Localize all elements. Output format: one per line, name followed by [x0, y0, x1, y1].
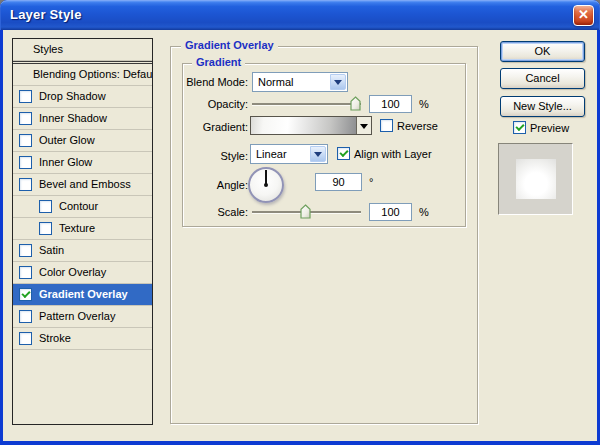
style-dropdown-button[interactable]: [310, 146, 326, 162]
sidebar-item-label: Outer Glow: [39, 134, 95, 146]
sidebar-item-label: Blending Options: Default: [33, 68, 153, 80]
sidebar-item-gradient-overlay[interactable]: Gradient Overlay: [13, 284, 152, 306]
sidebar-item-label: Gradient Overlay: [39, 288, 128, 300]
angle-unit: °: [369, 176, 373, 188]
align-with-layer-checkbox[interactable]: [337, 147, 350, 160]
sidebar-item-styles[interactable]: Styles: [13, 39, 152, 61]
sidebar-item-inner-shadow[interactable]: Inner Shadow: [13, 108, 152, 130]
style-label: Style:: [160, 150, 248, 162]
sidebar-item-label: Bevel and Emboss: [39, 178, 131, 190]
ok-button[interactable]: OK: [500, 41, 585, 62]
effect-checkbox[interactable]: [19, 90, 32, 103]
new-style-button[interactable]: New Style...: [500, 96, 585, 117]
effect-checkbox[interactable]: [39, 222, 52, 235]
blend-mode-select[interactable]: Normal: [252, 72, 348, 92]
window-title: Layer Style: [10, 7, 82, 22]
sidebar-item-texture[interactable]: Texture: [13, 218, 152, 240]
chevron-down-icon: [334, 80, 342, 85]
scale-label: Scale:: [160, 206, 248, 218]
effect-checkbox[interactable]: [19, 178, 32, 191]
preview-checkbox[interactable]: [513, 121, 526, 134]
opacity-label: Opacity:: [160, 98, 248, 110]
effect-checkbox[interactable]: [19, 332, 32, 345]
scale-input[interactable]: [369, 203, 412, 221]
gradient-label: Gradient:: [160, 121, 248, 133]
styles-list: StylesBlending Options: DefaultDrop Shad…: [12, 38, 153, 425]
effect-checkbox[interactable]: [39, 200, 52, 213]
angle-dial[interactable]: [248, 167, 284, 203]
sidebar-item-label: Styles: [33, 43, 63, 55]
gradient-overlay-section-title: Gradient Overlay: [181, 39, 278, 51]
sidebar-item-inner-glow[interactable]: Inner Glow: [13, 152, 152, 174]
style-select[interactable]: Linear: [250, 144, 328, 164]
angle-label: Angle:: [160, 179, 248, 191]
opacity-slider-thumb[interactable]: [350, 96, 361, 111]
opacity-slider[interactable]: [252, 103, 361, 105]
sidebar-item-label: Pattern Overlay: [39, 310, 115, 322]
effect-checkbox[interactable]: [19, 288, 32, 301]
sidebar-item-label: Texture: [59, 222, 95, 234]
sidebar-item-label: Satin: [39, 244, 64, 256]
sidebar-item-label: Contour: [59, 200, 98, 212]
sidebar-item-color-overlay[interactable]: Color Overlay: [13, 262, 152, 284]
opacity-unit: %: [419, 98, 429, 110]
sidebar-item-contour[interactable]: Contour: [13, 196, 152, 218]
sidebar-item-label: Inner Glow: [39, 156, 92, 168]
sidebar-item-label: Stroke: [39, 332, 71, 344]
sidebar-item-outer-glow[interactable]: Outer Glow: [13, 130, 152, 152]
sidebar-item-label: Color Overlay: [39, 266, 106, 278]
preview-label: Preview: [530, 122, 569, 134]
blend-mode-label: Blend Mode:: [160, 76, 248, 88]
effect-checkbox[interactable]: [19, 310, 32, 323]
sidebar-item-satin[interactable]: Satin: [13, 240, 152, 262]
scale-unit: %: [419, 206, 429, 218]
blend-mode-value: Normal: [258, 76, 293, 88]
dropdown-arrow-icon: [360, 124, 368, 129]
effect-checkbox[interactable]: [19, 266, 32, 279]
preview-thumbnail: [498, 143, 573, 215]
close-icon: ✕: [578, 7, 589, 22]
style-value: Linear: [256, 148, 287, 160]
sidebar-item-stroke[interactable]: Stroke: [13, 328, 152, 350]
effect-checkbox[interactable]: [19, 134, 32, 147]
reverse-label: Reverse: [397, 120, 438, 132]
align-with-layer-label: Align with Layer: [354, 148, 432, 160]
effect-checkbox[interactable]: [19, 112, 32, 125]
cancel-button[interactable]: Cancel: [500, 68, 585, 89]
gradient-picker-button[interactable]: [356, 117, 371, 134]
blend-mode-dropdown-button[interactable]: [330, 74, 346, 90]
sidebar-item-bevel-and-emboss[interactable]: Bevel and Emboss: [13, 174, 152, 196]
sidebar-item-drop-shadow[interactable]: Drop Shadow: [13, 86, 152, 108]
gradient-swatch[interactable]: [251, 117, 356, 134]
close-button[interactable]: ✕: [573, 5, 594, 26]
window-titlebar[interactable]: Layer Style ✕: [0, 0, 600, 30]
gradient-group-title: Gradient: [192, 56, 245, 68]
sidebar-item-pattern-overlay[interactable]: Pattern Overlay: [13, 306, 152, 328]
effect-checkbox[interactable]: [19, 156, 32, 169]
opacity-input[interactable]: [369, 95, 412, 113]
layer-style-dialog: Layer Style ✕ StylesBlending Options: De…: [0, 0, 600, 445]
sidebar-item-label: Inner Shadow: [39, 112, 107, 124]
effect-checkbox[interactable]: [19, 244, 32, 257]
preview-gradient-square: [516, 159, 556, 199]
sidebar-item-blending-options-default[interactable]: Blending Options: Default: [13, 64, 152, 86]
sidebar-item-label: Drop Shadow: [39, 90, 106, 102]
angle-input[interactable]: [315, 173, 362, 191]
chevron-down-icon: [314, 152, 322, 157]
reverse-checkbox[interactable]: [380, 119, 393, 132]
scale-slider-thumb[interactable]: [300, 204, 311, 219]
gradient-swatch-control[interactable]: [250, 116, 372, 135]
angle-center-dot: [264, 183, 268, 187]
